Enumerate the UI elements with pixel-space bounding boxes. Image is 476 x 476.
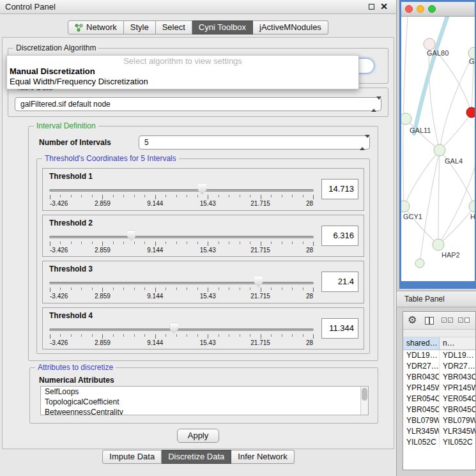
tick <box>219 242 219 244</box>
table-row[interactable]: YDR27…YDR27… <box>403 361 475 372</box>
network-edge[interactable] <box>438 150 440 245</box>
network-edge[interactable] <box>404 206 438 245</box>
column-header-name[interactable]: n… <box>440 337 475 349</box>
network-node-h[interactable] <box>469 201 475 212</box>
threshold-label: Threshold 4 <box>49 311 93 320</box>
restore-icon[interactable] <box>369 4 374 10</box>
tick <box>134 195 135 197</box>
numerical-attribute-item[interactable]: SelfLoops <box>41 387 368 397</box>
network-node-gcy1[interactable] <box>401 201 410 212</box>
slider-thumb-icon[interactable] <box>198 184 206 195</box>
slider-track[interactable] <box>49 328 314 331</box>
tick <box>271 242 272 244</box>
columns-icon[interactable] <box>425 317 434 325</box>
number-of-intervals-value: 5 <box>144 136 149 149</box>
tab-jactivemnodules[interactable]: jActiveMNodules <box>253 20 328 35</box>
close-icon[interactable]: ✕ <box>380 1 388 12</box>
slider-thumb-icon[interactable] <box>170 323 178 334</box>
column-header-shared-name[interactable]: shared… <box>403 337 440 349</box>
uncheck-all-columns-icon[interactable]: ✓ <box>458 318 470 323</box>
tick-label: 2.859 <box>95 339 111 346</box>
table-row[interactable]: YBL079WYBL079W <box>403 415 475 426</box>
mac-close-icon[interactable] <box>405 5 413 13</box>
bottom-tab-discretize-data[interactable]: Discretize Data <box>162 450 231 464</box>
check-all-columns-icon[interactable]: ✓✓ <box>441 318 453 323</box>
slider-track[interactable] <box>49 282 314 284</box>
network-node-gal4[interactable] <box>434 144 445 156</box>
tab-network[interactable]: Network <box>68 20 124 35</box>
tab-cyni-toolbox[interactable]: Cyni Toolbox <box>192 20 253 35</box>
network-edge[interactable] <box>403 17 408 206</box>
table-row[interactable]: YLR345WYLR345W <box>403 426 475 437</box>
table-data-select[interactable]: galFiltered.sif default node <box>15 97 381 111</box>
network-node-small[interactable] <box>415 259 424 268</box>
threshold-slider[interactable]: -3.4262.8599.14415.4321.71528 <box>49 275 314 302</box>
network-edge[interactable] <box>404 150 440 206</box>
numerical-attribute-item[interactable]: BetweennessCentrality <box>41 407 368 415</box>
network-node-gal80[interactable] <box>424 38 435 50</box>
tick <box>187 195 187 197</box>
table-row[interactable]: YBR045CYBR045C <box>403 404 475 415</box>
tick <box>60 242 61 244</box>
table-row[interactable]: YER054CYER054C <box>403 394 475 404</box>
algorithm-option[interactable]: Equal Width/Frequency Discretization <box>7 77 358 87</box>
tick-label: 15.43 <box>200 200 216 207</box>
mac-zoom-icon[interactable] <box>428 5 436 13</box>
tick <box>197 334 198 337</box>
threshold-value-field[interactable]: 14.713 <box>321 179 358 199</box>
tick <box>92 288 93 290</box>
slider-thumb-icon[interactable] <box>254 277 263 288</box>
algorithm-option[interactable]: Manual Discretization <box>7 66 358 77</box>
network-edge[interactable] <box>406 119 440 150</box>
shared-name-cell: YBL079W <box>403 415 440 426</box>
network-node-gal11[interactable] <box>401 113 411 125</box>
slider-thumb-icon[interactable] <box>127 231 135 242</box>
table-row[interactable]: YDL19…YDL19… <box>403 350 475 361</box>
network-window-titlebar[interactable] <box>401 2 475 17</box>
tick <box>71 288 72 290</box>
table-row[interactable]: YBR043CYBR043C <box>403 372 475 383</box>
gear-icon[interactable]: ⚙ <box>408 314 417 326</box>
threshold-value-field[interactable]: 6.316 <box>321 226 358 246</box>
list-scrollbar[interactable] <box>360 387 368 415</box>
network-node-hap2[interactable] <box>433 239 444 250</box>
bottom-tab-infer-network[interactable]: Infer Network <box>231 450 294 464</box>
network-edge[interactable] <box>440 53 474 150</box>
control-panel-titlebar[interactable]: Control Panel ✕ <box>0 0 396 14</box>
threshold-value-field[interactable]: 21.4 <box>321 272 358 292</box>
tick <box>219 288 219 290</box>
numerical-attribute-item[interactable]: TopologicalCoefficient <box>41 397 368 407</box>
tick <box>113 288 114 290</box>
bottom-tab-impute-data[interactable]: Impute Data <box>102 450 162 464</box>
threshold-slider[interactable]: -3.4262.8599.14415.4321.71528 <box>49 183 314 210</box>
threshold-slider[interactable]: -3.4262.8599.14415.4321.71528 <box>49 322 314 349</box>
apply-button[interactable]: Apply <box>177 429 219 443</box>
network-node-red[interactable] <box>466 107 475 118</box>
network-canvas[interactable]: GAL80GAGAL11GAL4GCY1HHAP2 <box>401 17 475 281</box>
tick <box>229 242 229 244</box>
table-header-row: shared… n… <box>403 337 475 350</box>
tick <box>50 195 50 199</box>
tick <box>134 242 135 244</box>
list-scrollbar-thumb[interactable] <box>362 388 367 401</box>
slider-track[interactable] <box>49 236 314 238</box>
tab-style[interactable]: Style <box>124 20 156 35</box>
network-edge-thick[interactable] <box>414 17 447 134</box>
threshold-slider[interactable]: -3.4262.8599.14415.4321.71528 <box>49 229 314 256</box>
threshold-value-field[interactable]: 11.344 <box>321 318 358 339</box>
attributes-group: Attributes to discretize Numerical Attri… <box>29 367 378 424</box>
table-row[interactable]: YPR145WYPR145W <box>403 383 475 394</box>
threshold-label: Threshold 2 <box>49 219 93 227</box>
table-row[interactable]: YIL052CYIL052C <box>403 437 475 448</box>
tick <box>71 195 72 197</box>
network-edge[interactable] <box>440 112 472 150</box>
tick <box>240 334 240 337</box>
slider-track[interactable] <box>49 189 314 192</box>
numerical-attributes-list[interactable]: SelfLoopsTopologicalCoefficientBetweenne… <box>40 386 369 415</box>
tab-select[interactable]: Select <box>156 20 192 35</box>
tick <box>282 242 282 244</box>
number-of-intervals-select[interactable]: 5 <box>139 135 370 150</box>
control-panel-tabbar: NetworkStyleSelectCyni ToolboxjActiveMNo… <box>0 20 396 35</box>
tick <box>250 195 250 197</box>
mac-minimize-icon[interactable] <box>417 5 424 13</box>
